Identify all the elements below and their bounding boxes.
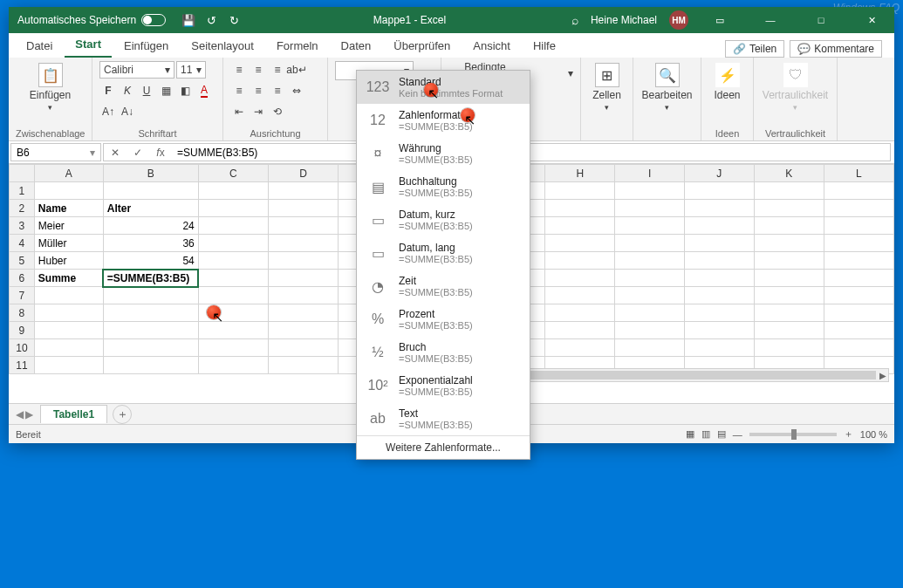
column-header[interactable]: H [545, 165, 615, 182]
cell[interactable] [824, 270, 893, 287]
cell[interactable] [198, 357, 268, 374]
cell[interactable] [269, 339, 339, 357]
page-break-view-icon[interactable]: ▤ [717, 428, 726, 440]
name-box[interactable]: B6▾ [10, 143, 101, 161]
cell[interactable] [545, 304, 615, 322]
cell[interactable] [615, 339, 684, 357]
italic-button[interactable]: K [119, 82, 136, 99]
number-format-option[interactable]: ½ Bruch =SUMME(B3:B5) [357, 336, 530, 369]
indent-increase-button[interactable]: ⇥ [250, 103, 267, 120]
row-header[interactable]: 4 [10, 235, 35, 252]
share-button[interactable]: 🔗Teilen [725, 40, 784, 58]
cell[interactable] [684, 304, 754, 322]
cell[interactable] [615, 322, 684, 339]
cell[interactable] [103, 304, 198, 322]
cell[interactable]: Meier [34, 217, 103, 235]
tab-data[interactable]: Daten [331, 35, 382, 58]
cell[interactable] [754, 339, 824, 357]
cell[interactable] [824, 252, 893, 270]
cell[interactable] [545, 287, 615, 304]
cell[interactable] [545, 339, 615, 357]
minimize-button[interactable]: — [751, 7, 790, 33]
column-header[interactable]: J [684, 165, 754, 182]
cell[interactable] [684, 252, 754, 270]
cell[interactable]: 54 [103, 252, 198, 270]
tab-formulas[interactable]: Formeln [266, 35, 329, 58]
column-header[interactable]: I [615, 165, 684, 182]
cell[interactable] [754, 304, 824, 322]
cell[interactable] [103, 182, 198, 200]
cell[interactable]: 36 [103, 235, 198, 252]
number-format-option[interactable]: % Prozent =SUMME(B3:B5) [357, 303, 530, 336]
align-bottom-button[interactable]: ≡ [269, 61, 286, 79]
row-header[interactable]: 8 [10, 304, 35, 322]
enter-formula-button[interactable]: ✓ [127, 147, 149, 159]
cell[interactable] [754, 270, 824, 287]
cell[interactable] [198, 322, 268, 339]
cell[interactable] [684, 322, 754, 339]
cell[interactable] [545, 182, 615, 200]
row-header[interactable]: 10 [10, 339, 35, 357]
number-format-option[interactable]: ▭ Datum, lang =SUMME(B3:B5) [357, 236, 530, 270]
column-header[interactable]: D [269, 165, 339, 182]
zoom-level[interactable]: 100 % [860, 429, 887, 440]
font-name-combo[interactable]: Calibri▾ [99, 61, 174, 79]
cell[interactable] [754, 235, 824, 252]
cell[interactable] [103, 322, 198, 339]
paste-button[interactable]: 📋 Einfügen ▾ [16, 61, 85, 113]
cell[interactable] [198, 235, 268, 252]
number-format-option[interactable]: ▭ Datum, kurz =SUMME(B3:B5) [357, 203, 530, 236]
cell[interactable]: =SUMME(B3:B5) [103, 270, 198, 287]
cell[interactable] [615, 235, 684, 252]
cell[interactable] [615, 304, 684, 322]
cell[interactable] [684, 235, 754, 252]
ideas-button[interactable]: ⚡ Ideen [708, 61, 746, 103]
cell[interactable] [269, 200, 339, 217]
ribbon-display-icon[interactable]: ▭ [701, 7, 739, 33]
undo-icon[interactable]: ↺ [204, 13, 218, 27]
number-format-option[interactable]: 10² Exponentialzahl =SUMME(B3:B5) [357, 369, 530, 402]
toggle-switch-icon[interactable] [141, 14, 166, 26]
column-header[interactable]: L [824, 165, 893, 182]
cell[interactable]: 24 [103, 217, 198, 235]
cell[interactable] [198, 339, 268, 357]
align-left-button[interactable]: ≡ [230, 82, 248, 99]
row-header[interactable]: 7 [10, 287, 35, 304]
cell[interactable] [754, 252, 824, 270]
align-right-button[interactable]: ≡ [269, 82, 286, 99]
cell[interactable] [615, 200, 684, 217]
cell[interactable] [615, 287, 684, 304]
close-button[interactable]: ✕ [852, 7, 891, 33]
comments-button[interactable]: 💬Kommentare [790, 40, 882, 58]
more-number-formats[interactable]: Weitere Zahlenformate... [357, 435, 530, 459]
cell[interactable] [754, 200, 824, 217]
formula-input[interactable]: =SUMME(B3:B5) [172, 147, 890, 159]
maximize-button[interactable]: □ [802, 7, 840, 33]
cell[interactable] [684, 287, 754, 304]
autosave-toggle[interactable]: Automatisches Speichern [9, 14, 174, 26]
cell[interactable] [754, 217, 824, 235]
cell[interactable] [269, 287, 339, 304]
cell[interactable] [684, 339, 754, 357]
cell[interactable] [824, 322, 893, 339]
tab-file[interactable]: Datei [16, 35, 63, 58]
merge-button[interactable]: ⇔ [288, 82, 305, 99]
scroll-right-icon[interactable]: ▶ [879, 371, 886, 380]
cell[interactable] [103, 357, 198, 374]
tab-home[interactable]: Start [65, 33, 112, 58]
cell[interactable] [269, 322, 339, 339]
editing-button[interactable]: 🔍 Bearbeiten▾ [640, 61, 694, 113]
underline-button[interactable]: U [138, 82, 155, 99]
cell[interactable] [545, 200, 615, 217]
cell[interactable]: Name [34, 200, 103, 217]
indent-decrease-button[interactable]: ⇤ [230, 103, 248, 120]
cell[interactable] [198, 252, 268, 270]
tab-pagelayout[interactable]: Seitenlayout [181, 35, 264, 58]
cell[interactable]: Alter [103, 200, 198, 217]
row-header[interactable]: 2 [10, 200, 35, 217]
cell[interactable] [684, 217, 754, 235]
cell[interactable] [684, 270, 754, 287]
search-icon[interactable]: ⌕ [571, 13, 578, 27]
cell[interactable] [684, 182, 754, 200]
number-format-option[interactable]: ▤ Buchhaltung =SUMME(B3:B5) [357, 170, 530, 203]
